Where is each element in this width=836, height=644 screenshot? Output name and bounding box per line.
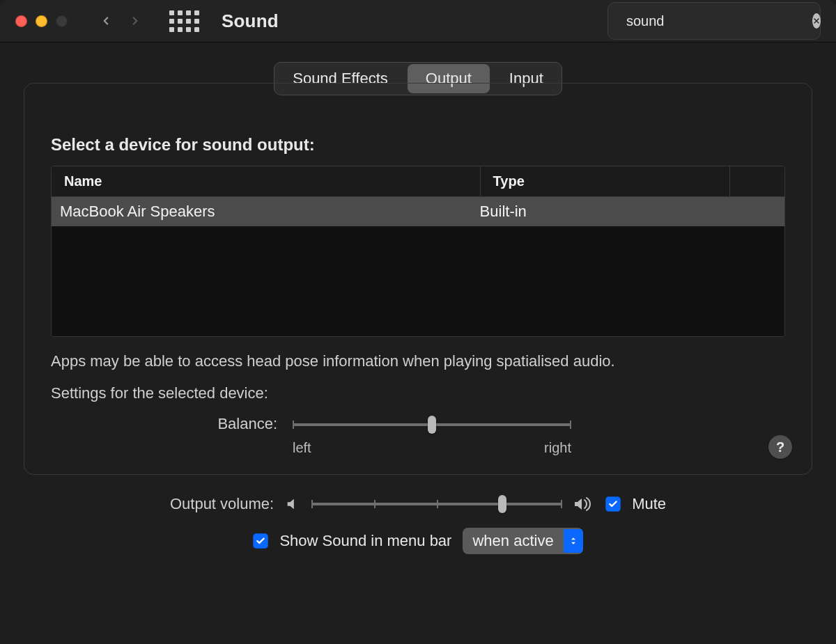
volume-low-icon <box>285 496 300 512</box>
col-type[interactable]: Type <box>481 166 729 196</box>
cell-name: MacBook Air Speakers <box>52 197 472 226</box>
balance-slider[interactable] <box>293 415 571 434</box>
page-title: Sound <box>222 10 279 32</box>
footer: Output volume: Mute <box>0 494 836 554</box>
mute-label: Mute <box>632 495 666 513</box>
nav-buttons <box>100 15 141 27</box>
balance-knob[interactable] <box>428 416 436 434</box>
close-button[interactable] <box>15 15 27 27</box>
col-trailing <box>729 166 784 196</box>
table-body[interactable]: MacBook Air Speakers Built-in <box>52 197 784 336</box>
spatial-audio-note: Apps may be able to access head pose inf… <box>51 352 785 370</box>
forward-button[interactable] <box>129 15 141 27</box>
back-button[interactable] <box>100 15 112 27</box>
search-input[interactable] <box>625 13 804 30</box>
search-field[interactable] <box>607 2 821 40</box>
table-row[interactable]: MacBook Air Speakers Built-in <box>52 197 784 226</box>
menubar-row: Show Sound in menu bar when active <box>253 528 582 554</box>
clear-search-button[interactable] <box>812 13 821 29</box>
toolbar: Sound <box>0 0 836 42</box>
table-header: Name Type <box>52 166 784 197</box>
output-device-table: Name Type MacBook Air Speakers Built-in <box>51 166 785 337</box>
mute-checkbox[interactable] <box>605 496 621 512</box>
balance-label: Balance: <box>51 415 277 433</box>
show-all-button[interactable] <box>169 10 199 32</box>
output-volume-label: Output volume: <box>170 495 274 513</box>
col-name[interactable]: Name <box>52 166 481 196</box>
output-volume-row: Output volume: Mute <box>170 494 666 514</box>
menubar-visibility-value: when active <box>463 528 563 554</box>
stepper-icon <box>564 529 583 553</box>
minimize-button[interactable] <box>36 15 47 27</box>
show-sound-menubar-label: Show Sound in menu bar <box>279 532 451 550</box>
balance-row: Balance: left right <box>51 415 785 456</box>
main-panel: Select a device for sound output: Name T… <box>24 83 812 475</box>
output-volume-knob[interactable] <box>498 495 506 513</box>
output-volume-slider[interactable] <box>311 494 562 514</box>
balance-left-label: left <box>293 440 311 456</box>
output-heading: Select a device for sound output: <box>51 135 785 155</box>
help-button[interactable]: ? <box>768 435 792 459</box>
window-controls <box>15 15 68 27</box>
volume-high-icon <box>573 496 594 512</box>
menubar-visibility-select[interactable]: when active <box>463 528 582 554</box>
zoom-button[interactable] <box>56 15 68 27</box>
show-sound-menubar-checkbox[interactable] <box>253 533 268 549</box>
balance-right-label: right <box>544 440 571 456</box>
device-settings-heading: Settings for the selected device: <box>51 384 785 402</box>
cell-type: Built-in <box>472 197 784 226</box>
